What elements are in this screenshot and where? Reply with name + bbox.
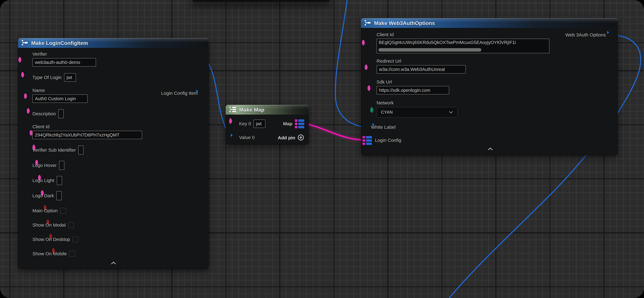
output-row: Web 3Auth Options	[565, 31, 606, 38]
client-id-input[interactable]: BEglQSgt4cUWcj6SKRdu5QkOXTsePmMcusG5EAoy…	[376, 39, 550, 53]
field-label: Type Of Login	[32, 75, 62, 80]
field-label: Name	[32, 88, 88, 93]
add-pin-icon	[297, 134, 304, 142]
pin-login-config[interactable]	[362, 136, 372, 145]
make-struct-icon	[364, 20, 371, 26]
pin-type-of-login[interactable]	[21, 72, 24, 78]
field-show-on-mobile: Show On Mobile	[32, 251, 75, 257]
field-label: Login Config	[375, 138, 401, 143]
collapse-chevron-icon[interactable]	[487, 147, 494, 151]
node-title: Make Web3AuthOptions	[374, 20, 435, 26]
logo-dark-input[interactable]	[56, 191, 62, 200]
offscreen-node-bottom-edge	[192, 0, 330, 2]
field-description: Description	[32, 109, 64, 118]
field-label: Sdk Url	[376, 79, 449, 85]
output-pin-label: Map	[283, 121, 292, 126]
field-client-id: Client Id BEglQSgt4cUWcj6SKRdu5QkOXTsePm…	[376, 32, 550, 53]
field-label: Logo Dark	[32, 193, 54, 198]
field-label: Verifier Sub Identifier	[32, 148, 76, 153]
field-verifier-sub-identifier: Verifier Sub Identifier	[32, 146, 84, 154]
main-option-checkbox[interactable]	[60, 208, 66, 214]
pin-key-0[interactable]	[229, 118, 232, 124]
sdk-url-input[interactable]: https://sdk.openlogin.com	[376, 86, 449, 94]
name-input[interactable]: Auth0 Custom Login	[32, 94, 88, 103]
field-label: Show On Modal	[32, 222, 66, 228]
make-map-icon	[229, 106, 236, 113]
add-pin-label: Add pin	[278, 135, 295, 140]
client-id-text: BEglQSgt4cUWcj6SKRdu5QkOXTsePmMcusG5EAoy…	[377, 39, 549, 45]
verifier-input[interactable]: web3auth-auth0-demo	[32, 58, 96, 66]
field-login-config: Login Config	[375, 136, 401, 144]
make-struct-icon	[22, 40, 28, 46]
field-logo-light: Logo Light	[32, 176, 62, 185]
node-make-map[interactable]: Make Map Key 0 jwt Map Value 0 Add pin	[226, 105, 308, 144]
node-title: Make LoginConfigItem	[31, 40, 88, 46]
redirect-url-input[interactable]: w3a://com.w3a.Web3AuthUnreal	[376, 65, 466, 74]
logo-hover-input[interactable]	[59, 161, 64, 170]
field-sdk-url: Sdk Url https://sdk.openlogin.com	[376, 79, 449, 95]
field-logo-hover: Logo Hover	[32, 161, 64, 170]
show-on-desktop-checkbox[interactable]	[73, 236, 78, 242]
field-label: Logo Hover	[32, 163, 56, 168]
field-name: Name Auth0 Custom Login	[32, 88, 88, 104]
field-type-of-login: Type Of Login jwt	[32, 73, 76, 82]
pin-network[interactable]	[370, 107, 373, 113]
blueprint-graph-canvas[interactable]: Make LoginConfigItem Login Config Item V…	[0, 0, 644, 298]
show-on-modal-checkbox[interactable]	[68, 222, 74, 228]
field-show-on-modal: Show On Modal	[32, 222, 74, 228]
field-label: Logo Light	[32, 178, 54, 183]
network-selected-value: CYAN	[381, 110, 393, 115]
field-show-on-desktop: Show On Desktop	[32, 236, 78, 242]
wire-map-to-loginconfig[interactable]	[303, 123, 368, 140]
field-label: Show On Desktop	[32, 237, 70, 242]
field-label: Verifier	[32, 52, 96, 57]
output-pin-label: Web 3Auth Options	[565, 32, 606, 38]
field-label: Client Id	[376, 32, 550, 37]
field-label: Description	[32, 111, 56, 116]
show-on-mobile-checkbox[interactable]	[69, 251, 75, 257]
pin-verifier[interactable]	[18, 57, 21, 62]
pin-sdk-url[interactable]	[368, 86, 370, 91]
field-main-option: Main Option	[32, 208, 66, 214]
output-row: Map	[283, 120, 304, 128]
key-0-input[interactable]: jwt	[254, 120, 266, 128]
field-label: White Label	[371, 124, 396, 130]
field-label: Main Option	[32, 208, 58, 213]
node-title: Make Map	[239, 107, 264, 113]
pin-map-output[interactable]	[295, 120, 304, 128]
field-value-0: Value 0	[239, 134, 255, 141]
description-input[interactable]	[58, 109, 64, 118]
pin-client-id[interactable]	[362, 40, 365, 45]
field-redirect-url: Redirect Url w3a://com.w3a.Web3AuthUnrea…	[376, 58, 466, 74]
node-header[interactable]: Make LoginConfigItem	[18, 38, 209, 48]
pin-description[interactable]	[27, 108, 30, 114]
field-client-id: Client Id 294QRkchfq2YaXUbPri7D6PH7xzHgQ…	[32, 124, 142, 140]
field-network: Network CYAN	[376, 100, 458, 118]
type-of-login-input[interactable]: jwt	[64, 73, 76, 82]
add-pin-button[interactable]: Add pin	[278, 134, 304, 142]
node-make-web3authoptions[interactable]: Make Web3AuthOptions Web 3Auth Options C…	[361, 18, 618, 155]
pin-name[interactable]	[24, 93, 27, 99]
dropdown-chevron-icon	[448, 110, 453, 115]
field-label: Show On Mobile	[32, 251, 67, 256]
output-row: Login Config Item	[161, 90, 198, 97]
node-make-loginconfigitem[interactable]: Make LoginConfigItem Login Config Item V…	[18, 38, 209, 269]
pin-redirect-url[interactable]	[365, 64, 368, 70]
pin-client-id[interactable]	[30, 130, 32, 136]
field-label: Network	[376, 100, 458, 106]
verifier-sub-identifier-input[interactable]	[78, 146, 84, 154]
node-header[interactable]: Make Map	[226, 105, 308, 114]
field-label: Redirect Url	[376, 58, 466, 64]
output-pin-label: Login Config Item	[161, 90, 198, 96]
collapse-chevron-icon[interactable]	[110, 261, 116, 266]
field-logo-dark: Logo Dark	[32, 191, 62, 200]
network-dropdown[interactable]: CYAN	[376, 107, 458, 118]
client-id-input[interactable]: 294QRkchfq2YaXUbPri7D6PH7xzHgQMT	[32, 131, 142, 139]
field-label: Key 0	[239, 121, 251, 126]
logo-light-input[interactable]	[57, 176, 62, 185]
field-verifier: Verifier web3auth-auth0-demo	[32, 52, 96, 67]
field-key-0: Key 0 jwt	[239, 120, 266, 128]
field-label: Value 0	[239, 135, 255, 140]
node-header[interactable]: Make Web3AuthOptions	[361, 18, 618, 28]
client-id-scrollbar[interactable]	[378, 48, 481, 52]
